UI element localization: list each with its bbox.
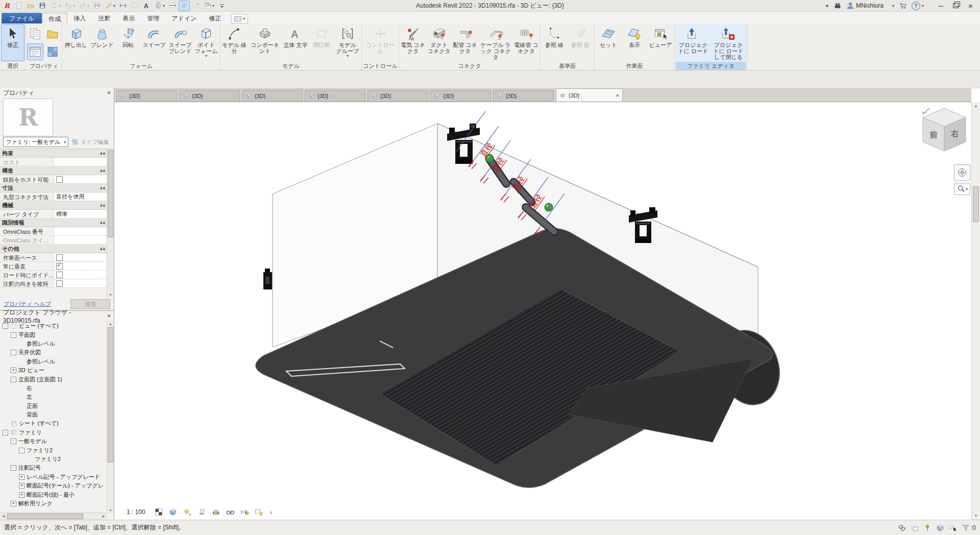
tree-expander[interactable]: - (3, 430, 8, 435)
model-text-icon[interactable]: 立体 文字 ▾ (283, 24, 308, 61)
view-tab[interactable]: {3D} × (368, 90, 428, 102)
checkbox[interactable] (56, 176, 63, 183)
modify-cursor-icon[interactable]: 修正 ▾ (1, 24, 24, 61)
drag-on-selection-toggle[interactable] (948, 523, 958, 532)
ribbon-tab[interactable]: 注釈 (92, 13, 116, 23)
view-tab[interactable]: {3D} × (305, 90, 365, 102)
ribbon-tab[interactable]: 作成 (42, 13, 67, 23)
aligned-dimension-icon[interactable]: ▾ (118, 1, 128, 11)
select-links-toggle[interactable] (897, 523, 906, 532)
ribbon-panel-label[interactable]: 基準面 ▾ (542, 62, 593, 70)
extrusion-icon[interactable]: 押し出し ▾ (63, 24, 89, 61)
property-value[interactable]: 標準 (54, 210, 107, 218)
duct-connector-icon[interactable]: ダクト コネクタ ▾ (426, 24, 452, 61)
tree-item[interactable]: ファミリ2 (0, 455, 107, 464)
selection-filter-button[interactable]: :0 (961, 523, 976, 532)
blend-icon[interactable]: ブレンド ▾ (89, 24, 115, 61)
help-menu[interactable]: ? ▾ (912, 2, 924, 10)
tree-expander[interactable]: - (11, 350, 16, 355)
tree-expander[interactable]: - (11, 332, 16, 338)
close-icon[interactable]: × (107, 89, 111, 96)
section-icon[interactable]: ▾ (167, 1, 178, 11)
revolve-icon[interactable]: 回転 ▾ (115, 24, 141, 61)
load-into-project-icon[interactable]: プロジェクトに ロード ▾ (676, 24, 710, 61)
restore-button[interactable] (948, 0, 963, 11)
property-value[interactable] (54, 253, 107, 261)
tree-item[interactable]: - 天井伏図 (0, 348, 107, 357)
select-underlay-toggle[interactable] (910, 523, 919, 532)
pipe-connector-handle[interactable] (545, 203, 553, 211)
scrollbar-thumb[interactable] (973, 186, 979, 222)
property-section-header[interactable]: その他 ∧∧ (0, 245, 107, 253)
undo-icon[interactable]: ▾ (63, 1, 76, 11)
tab-file[interactable]: ファイル (2, 13, 42, 23)
lock-3d-view-icon[interactable] (211, 507, 221, 517)
scroll-up-icon[interactable]: ▲ (972, 104, 980, 108)
ribbon-display-toggle[interactable]: ▾ (231, 14, 248, 23)
scroll-down-icon[interactable]: ▼ (107, 508, 114, 512)
model-group-icon[interactable]: モデル グループ ▾ (335, 24, 360, 61)
properties-help-link[interactable]: プロパティ ヘルプ (4, 300, 51, 308)
property-value[interactable] (54, 279, 107, 287)
checkbox[interactable] (56, 254, 63, 261)
checkbox[interactable] (56, 280, 63, 287)
tree-expander[interactable]: + (19, 483, 24, 489)
revit-logo[interactable]: ▾ (2, 1, 12, 11)
tree-item[interactable]: - 平面図 (0, 330, 107, 339)
property-section-header[interactable]: 機械 ∧∧ (0, 201, 107, 210)
set-work-plane-icon[interactable]: セット ▾ (596, 24, 621, 61)
property-section-header[interactable]: 拘束 ∧∧ (0, 149, 107, 158)
close-icon[interactable]: × (107, 312, 111, 320)
navigation-wheel-button[interactable] (954, 164, 970, 181)
measure-icon[interactable]: ▾ (104, 1, 116, 11)
customize-qat-icon[interactable]: ▾ (217, 1, 227, 11)
close-tab-icon[interactable]: × (616, 92, 619, 99)
property-value[interactable] (54, 236, 107, 244)
view-tab[interactable]: {3D} × (242, 90, 303, 102)
tree-expander[interactable]: - (3, 323, 8, 329)
tree-item[interactable]: + 解析用リンク (0, 499, 107, 508)
default-3d-view-icon[interactable]: ▾ (153, 1, 166, 11)
scroll-right-icon[interactable]: ► (102, 514, 106, 519)
edit-type-button[interactable]: タイプ編集 (71, 138, 109, 146)
tree-expander[interactable]: - (11, 377, 16, 382)
search-icon[interactable] (834, 2, 842, 10)
ribbon-panel-label[interactable]: ファミリ エディタ ▾ (676, 62, 746, 70)
view-cube[interactable]: 前 右 (919, 104, 970, 155)
select-by-face-toggle[interactable] (936, 523, 945, 532)
tree-expander[interactable]: - (11, 439, 16, 444)
ribbon-tab[interactable]: アドイン (165, 13, 203, 23)
tree-expander[interactable]: + (19, 492, 24, 498)
redo-icon[interactable]: ▾ (78, 1, 90, 11)
minimize-button[interactable]: ─ (934, 0, 948, 11)
tree-item[interactable]: + レベル記号 - アップグレード (0, 473, 107, 481)
reference-line-icon[interactable]: 参照 線 ▾ (542, 24, 567, 61)
open-folder-icon[interactable]: ▾ (44, 26, 61, 42)
tree-item[interactable]: 参照レベル (0, 339, 107, 348)
tree-item[interactable]: - 立面図 (立面図 1) (0, 375, 107, 383)
ribbon-panel-label[interactable]: モデル ▾ (222, 62, 360, 70)
sync-icon[interactable]: ▾ (49, 1, 62, 11)
app-store-icon[interactable] (899, 2, 907, 10)
view-tab[interactable]: {3D} × (493, 90, 554, 102)
property-value[interactable] (54, 175, 107, 183)
close-button[interactable]: × (963, 0, 978, 11)
drawing-area[interactable]: 直径 直径 直径 直径 前 右 ▾ 1 : 100 (114, 102, 971, 520)
tree-item[interactable]: シート (すべて) (0, 419, 107, 428)
viewer-icon[interactable]: ビューア ▾ (648, 24, 673, 61)
checkbox[interactable] (56, 263, 63, 270)
home-icon[interactable]: ▾ (14, 1, 24, 11)
tree-item[interactable]: 右 (0, 384, 107, 393)
text-icon[interactable]: ▾ (141, 1, 152, 11)
property-section-header[interactable]: 識別情報 ∧∧ (0, 218, 107, 227)
opening-icon[interactable]: 開口部 ▾ (309, 24, 334, 61)
swept-blend-icon[interactable]: スイープ ブレンド ▾ (167, 24, 193, 61)
visual-style-icon[interactable] (168, 507, 178, 517)
property-value[interactable]: 直径を使用 (54, 192, 107, 201)
save-icon[interactable]: ▾ (37, 1, 47, 11)
ribbon-tab[interactable]: 管理 (141, 13, 165, 23)
ribbon-tab[interactable]: 挿入 (67, 13, 92, 23)
void-forms-icon[interactable]: ボイド フォーム ▾ (193, 24, 219, 61)
ribbon-panel-label[interactable]: フォーム ▾ (63, 62, 219, 70)
conduit-connector-icon[interactable]: 電線管 コネクタ ▾ (513, 24, 539, 61)
